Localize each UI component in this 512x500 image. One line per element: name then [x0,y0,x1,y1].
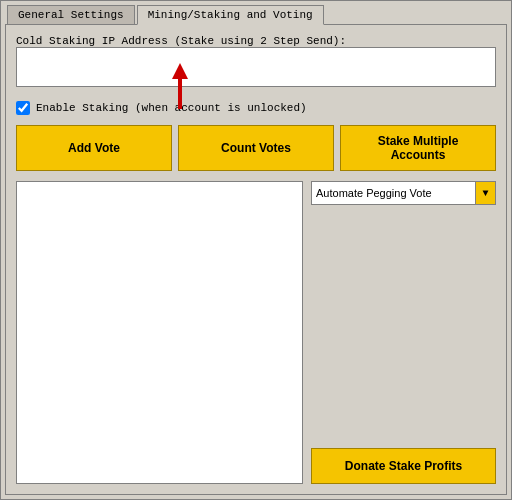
arrow-up-icon [172,63,188,79]
arrow-indicator [172,63,188,109]
tab-general[interactable]: General Settings [7,5,135,24]
right-spacer [311,211,496,442]
dropdown-arrow-icon[interactable]: ▼ [476,181,496,205]
automate-pegging-dropdown[interactable]: Automate Pegging Vote [311,181,476,205]
cold-staking-input[interactable] [16,47,496,87]
tab-content: Cold Staking IP Address (Stake using 2 S… [5,24,507,495]
enable-staking-checkbox[interactable] [16,101,30,115]
cold-staking-label: Cold Staking IP Address (Stake using 2 S… [16,35,496,47]
left-panel [16,181,303,484]
tab-mining[interactable]: Mining/Staking and Voting [137,5,324,25]
tab-bar: General Settings Mining/Staking and Voti… [1,1,511,24]
count-votes-button[interactable]: Count Votes [178,125,334,171]
dropdown-row: Automate Pegging Vote ▼ [311,181,496,205]
enable-staking-row: Enable Staking (when account is unlocked… [16,101,496,115]
main-window: General Settings Mining/Staking and Voti… [0,0,512,500]
add-vote-button[interactable]: Add Vote [16,125,172,171]
arrow-line [178,79,182,109]
stake-multiple-button[interactable]: Stake Multiple Accounts [340,125,496,171]
main-area: Automate Pegging Vote ▼ Donate Stake Pro… [16,181,496,484]
donate-stake-profits-button[interactable]: Donate Stake Profits [311,448,496,484]
right-panel: Automate Pegging Vote ▼ Donate Stake Pro… [311,181,496,484]
button-row: Add Vote Count Votes Stake Multiple Acco… [16,125,496,171]
